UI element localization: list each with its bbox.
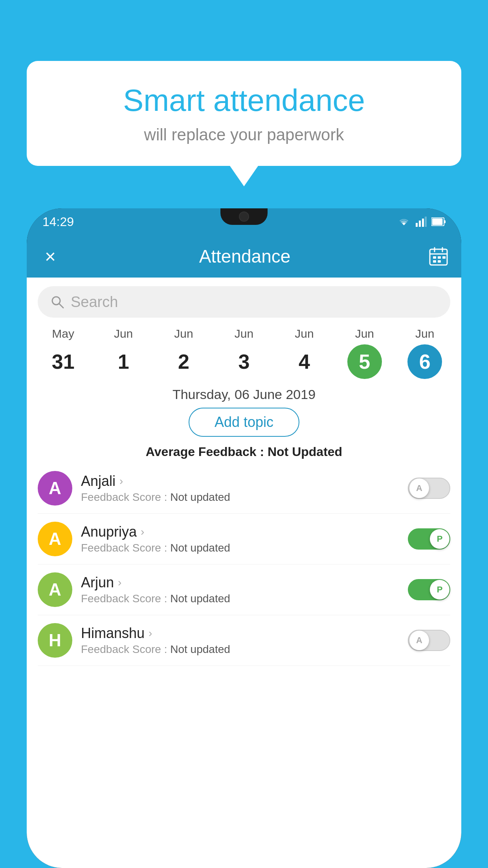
student-avatar: A xyxy=(38,572,72,607)
student-item[interactable]: AArjun ›Feedback Score : Not updatedP xyxy=(38,565,450,615)
phone-frame: 14:29 xyxy=(27,208,461,868)
app-bar: × Attendance xyxy=(27,235,461,278)
cal-date-label[interactable]: 31 xyxy=(46,344,81,379)
student-info: Anjali ›Feedback Score : Not updated xyxy=(81,473,399,504)
search-bar-container: Search xyxy=(27,278,461,324)
signal-icon xyxy=(416,217,427,227)
toggle-knob: P xyxy=(430,529,449,549)
calendar-day[interactable]: Jun2 xyxy=(162,327,205,379)
screen-content: Search May31Jun1Jun2Jun3Jun4Jun5Jun6 Thu… xyxy=(27,278,461,868)
student-info: Himanshu ›Feedback Score : Not updated xyxy=(81,625,399,656)
svg-rect-13 xyxy=(442,256,446,259)
student-feedback: Feedback Score : Not updated xyxy=(81,643,399,656)
cal-month-label: Jun xyxy=(355,327,374,340)
svg-rect-0 xyxy=(416,223,418,227)
battery-icon xyxy=(431,217,446,226)
cal-month-label: Jun xyxy=(415,327,434,340)
feedback-value: Not updated xyxy=(170,542,230,554)
student-name[interactable]: Arjun › xyxy=(81,574,399,591)
chevron-right-icon: › xyxy=(141,526,144,538)
student-feedback: Feedback Score : Not updated xyxy=(81,491,399,504)
student-feedback: Feedback Score : Not updated xyxy=(81,592,399,605)
student-name[interactable]: Anjali › xyxy=(81,473,399,489)
cal-month-label: Jun xyxy=(174,327,193,340)
search-input[interactable]: Search xyxy=(71,294,118,311)
chevron-right-icon: › xyxy=(119,475,123,487)
close-button[interactable]: × xyxy=(39,246,61,267)
svg-rect-2 xyxy=(422,219,424,227)
speech-bubble-title: Smart attendance xyxy=(50,83,438,118)
svg-rect-12 xyxy=(438,256,441,259)
average-feedback: Average Feedback : Not Updated xyxy=(27,445,461,459)
student-feedback: Feedback Score : Not updated xyxy=(81,542,399,554)
toggle-knob: A xyxy=(409,478,429,498)
phone-notch xyxy=(220,208,268,225)
calendar-day[interactable]: May31 xyxy=(42,327,85,379)
wifi-icon xyxy=(397,217,411,227)
cal-month-label: Jun xyxy=(114,327,133,340)
student-item[interactable]: AAnjali ›Feedback Score : Not updatedA xyxy=(38,463,450,514)
student-avatar: A xyxy=(38,471,72,506)
add-topic-button[interactable]: Add topic xyxy=(189,408,299,437)
student-avatar: H xyxy=(38,623,72,658)
toggle-track[interactable]: A xyxy=(408,630,450,651)
student-item[interactable]: AAnupriya ›Feedback Score : Not updatedP xyxy=(38,514,450,565)
cal-date-label[interactable]: 3 xyxy=(227,344,261,379)
phone-wrapper: 14:29 xyxy=(27,208,461,868)
svg-rect-6 xyxy=(444,220,446,223)
speech-bubble-subtitle: will replace your paperwork xyxy=(50,125,438,144)
calendar-day[interactable]: Jun3 xyxy=(222,327,266,379)
student-info: Anupriya ›Feedback Score : Not updated xyxy=(81,524,399,554)
chevron-right-icon: › xyxy=(149,627,152,640)
cal-month-label: Jun xyxy=(235,327,253,340)
svg-rect-1 xyxy=(419,221,421,227)
svg-rect-15 xyxy=(438,260,441,263)
cal-date-label[interactable]: 2 xyxy=(167,344,201,379)
toggle-knob: A xyxy=(409,631,429,650)
calendar-icon[interactable] xyxy=(428,246,449,267)
feedback-value: Not updated xyxy=(170,643,230,655)
toggle-track[interactable]: A xyxy=(408,478,450,499)
student-name[interactable]: Himanshu › xyxy=(81,625,399,642)
cal-month-label: Jun xyxy=(295,327,314,340)
avg-feedback-value: Not Updated xyxy=(268,445,342,459)
svg-rect-5 xyxy=(432,218,443,225)
status-time: 14:29 xyxy=(42,215,74,229)
feedback-value: Not updated xyxy=(170,592,230,605)
feedback-value: Not updated xyxy=(170,491,230,503)
student-info: Arjun ›Feedback Score : Not updated xyxy=(81,574,399,605)
attendance-toggle[interactable]: A xyxy=(408,478,450,499)
student-name[interactable]: Anupriya › xyxy=(81,524,399,540)
svg-rect-3 xyxy=(425,217,427,227)
app-bar-title: Attendance xyxy=(199,246,291,267)
svg-line-17 xyxy=(59,304,63,308)
chevron-right-icon: › xyxy=(118,576,121,589)
student-list: AAnjali ›Feedback Score : Not updatedAAA… xyxy=(27,463,461,666)
student-avatar: A xyxy=(38,522,72,556)
calendar-day[interactable]: Jun5 xyxy=(343,327,386,379)
svg-rect-14 xyxy=(433,260,436,263)
avg-feedback-label: Average Feedback : xyxy=(146,445,268,459)
speech-bubble-container: Smart attendance will replace your paper… xyxy=(27,61,461,166)
cal-month-label: May xyxy=(52,327,74,340)
student-item[interactable]: HHimanshu ›Feedback Score : Not updatedA xyxy=(38,615,450,666)
search-bar[interactable]: Search xyxy=(38,286,450,318)
calendar-day[interactable]: Jun6 xyxy=(403,327,446,379)
attendance-toggle[interactable]: A xyxy=(408,630,450,651)
selected-date-label: Thursday, 06 June 2019 xyxy=(27,387,461,402)
calendar-strip: May31Jun1Jun2Jun3Jun4Jun5Jun6 xyxy=(27,324,461,379)
toggle-track[interactable]: P xyxy=(408,579,450,600)
attendance-toggle[interactable]: P xyxy=(408,528,450,550)
toggle-knob: P xyxy=(430,580,449,600)
attendance-toggle[interactable]: P xyxy=(408,579,450,600)
svg-rect-11 xyxy=(433,256,436,259)
calendar-day[interactable]: Jun4 xyxy=(283,327,326,379)
speech-bubble: Smart attendance will replace your paper… xyxy=(27,61,461,166)
cal-date-label[interactable]: 1 xyxy=(106,344,141,379)
cal-date-label[interactable]: 4 xyxy=(287,344,321,379)
search-icon xyxy=(50,295,64,309)
calendar-day[interactable]: Jun1 xyxy=(102,327,145,379)
cal-date-label[interactable]: 6 xyxy=(407,344,442,379)
toggle-track[interactable]: P xyxy=(408,528,450,550)
cal-date-label[interactable]: 5 xyxy=(347,344,382,379)
